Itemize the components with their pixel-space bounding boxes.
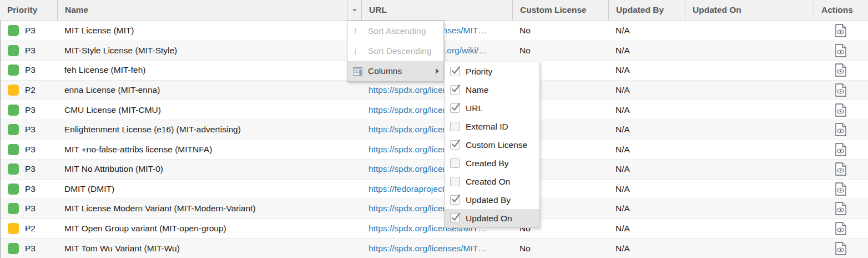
submenu-item-created-by[interactable]: Created By [445, 154, 539, 172]
checkbox-icon [450, 177, 460, 186]
submenu-item-url[interactable]: URL [445, 99, 539, 117]
menu-item-label: Sort Ascending [368, 26, 426, 36]
submenu-item-label: Name [466, 85, 488, 95]
updated-on-cell [685, 81, 814, 100]
actions-cell [814, 100, 868, 120]
table-row[interactable]: P3 MIT No Attribution (MIT-0) https://sp… [1, 159, 868, 179]
url-cell: https://spdx.org/licenses/MIT… [361, 239, 512, 258]
table-row[interactable]: P3 MIT License Modern Variant (MIT-Moder… [1, 199, 868, 219]
url-link[interactable]: https://spdx.org/licenses/MIT… [369, 244, 487, 254]
checkbox-icon [450, 122, 460, 131]
view-document-icon[interactable] [835, 103, 846, 117]
updated-on-cell [685, 239, 814, 258]
custom-license-cell: No [512, 239, 608, 258]
view-document-icon[interactable] [835, 202, 846, 215]
license-name: MIT License (MIT) [57, 21, 361, 41]
submenu-item-label: Created By [466, 158, 509, 168]
column-header-updated-by[interactable]: Updated By [608, 0, 685, 20]
license-name: DMIT (DMIT) [57, 180, 361, 199]
priority-cell: P3 [1, 180, 57, 199]
view-document-icon[interactable] [835, 123, 846, 136]
priority-cell: P2 [1, 81, 57, 100]
actions-cell [814, 140, 868, 159]
custom-license-cell: No [512, 21, 608, 41]
updated-by-cell: N/A [608, 61, 685, 80]
column-header-url[interactable]: URL [361, 0, 512, 20]
menu-item-sort-descending[interactable]: Sort Descending [347, 41, 443, 61]
updated-on-cell [685, 199, 814, 219]
updated-by-cell: N/A [608, 100, 685, 120]
priority-badge [8, 203, 19, 214]
priority-label: P3 [25, 145, 36, 155]
view-document-icon[interactable] [835, 143, 846, 156]
priority-badge [8, 183, 19, 195]
priority-cell: P3 [1, 120, 57, 140]
license-name: MIT-Style License (MIT-Style) [57, 41, 361, 61]
column-header-actions: Actions [814, 0, 868, 20]
table-row[interactable]: P3 Enlightenment License (e16) (MIT-adve… [1, 120, 868, 140]
column-header-name[interactable]: Name [57, 0, 347, 20]
submenu-item-label: Updated By [466, 195, 511, 205]
table-row[interactable]: P2 MIT Open Group variant (MIT-open-grou… [1, 219, 868, 239]
updated-by-cell: N/A [608, 199, 685, 219]
priority-label: P2 [25, 85, 36, 95]
actions-cell [814, 41, 868, 61]
submenu-item-name[interactable]: Name [445, 81, 539, 99]
submenu-item-priority[interactable]: Priority [445, 62, 539, 81]
checkbox-icon [450, 85, 460, 95]
checkbox-icon [450, 158, 460, 168]
priority-label: P3 [25, 65, 36, 75]
submenu-item-created-on[interactable]: Created On [445, 172, 539, 191]
actions-cell [814, 160, 868, 179]
license-name: MIT No Attribution (MIT-0) [57, 160, 361, 179]
actions-cell [814, 180, 868, 199]
column-header-priority[interactable]: Priority [0, 0, 57, 20]
table-row[interactable]: P3 MIT +no-false-attribs license (MITNFA… [1, 139, 868, 159]
license-name: MIT License Modern Variant (MIT-Modern-V… [57, 199, 361, 219]
license-name: feh License (MIT-feh) [57, 61, 361, 80]
priority-badge [8, 64, 19, 76]
column-menu-trigger[interactable] [347, 0, 361, 20]
priority-label: P3 [25, 184, 36, 194]
view-document-icon[interactable] [835, 162, 846, 176]
view-document-icon[interactable] [835, 182, 846, 196]
table-row[interactable]: P2 enna License (MIT-enna) https://spdx.… [1, 80, 868, 100]
view-document-icon[interactable] [835, 63, 846, 77]
view-document-icon[interactable] [835, 242, 846, 255]
checkbox-icon [450, 140, 460, 150]
updated-on-cell [685, 140, 814, 159]
submenu-item-updated-on[interactable]: Updated On [445, 209, 539, 227]
table-row[interactable]: P3 DMIT (DMIT) https://fedoraproject.org… [1, 179, 868, 199]
table-row[interactable]: P3 MIT Tom Wu Variant (MIT-Wu) https://s… [1, 238, 868, 258]
license-name: enna License (MIT-enna) [57, 81, 361, 100]
priority-cell: P3 [1, 41, 57, 61]
submenu-item-external-id[interactable]: External ID [445, 117, 539, 136]
updated-on-cell [685, 41, 814, 61]
view-document-icon[interactable] [835, 44, 846, 57]
submenu-item-label: External ID [466, 122, 508, 132]
licenses-grid: Priority Name URL Custom License Updated… [0, 0, 868, 258]
priority-badge [8, 45, 19, 56]
submenu-item-custom-license[interactable]: Custom License [445, 136, 539, 154]
submenu-item-updated-by[interactable]: Updated By [445, 191, 539, 209]
table-row[interactable]: P3 CMU License (MIT-CMU) https://spdx.or… [1, 100, 868, 120]
priority-label: P3 [25, 26, 36, 36]
actions-cell [814, 239, 868, 258]
view-document-icon[interactable] [835, 24, 846, 37]
checkbox-icon [450, 67, 460, 76]
actions-cell [814, 219, 868, 239]
priority-badge [8, 163, 19, 175]
view-document-icon[interactable] [835, 222, 846, 235]
priority-badge [8, 144, 19, 155]
updated-by-cell: N/A [608, 81, 685, 100]
updated-by-cell: N/A [608, 219, 685, 239]
priority-cell: P3 [1, 21, 57, 41]
column-header-updated-on[interactable]: Updated On [685, 0, 814, 20]
priority-cell: P2 [1, 219, 57, 239]
priority-label: P2 [25, 224, 36, 234]
column-header-custom-license[interactable]: Custom License [512, 0, 608, 20]
menu-item-columns[interactable]: Columns [347, 61, 443, 81]
view-document-icon[interactable] [835, 83, 846, 97]
priority-badge [8, 85, 19, 96]
menu-item-sort-ascending[interactable]: Sort Ascending [347, 21, 443, 41]
